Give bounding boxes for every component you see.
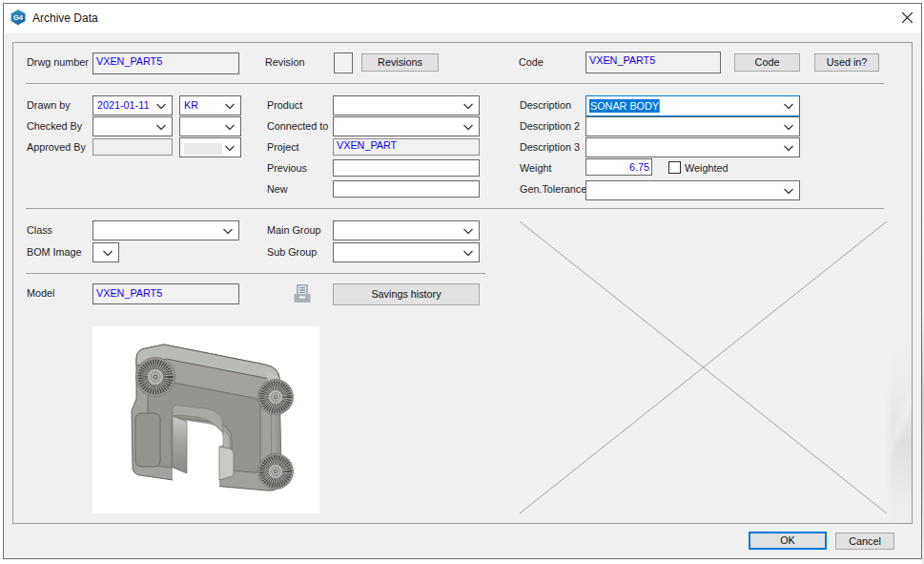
svg-text:G4: G4 [13, 13, 24, 22]
